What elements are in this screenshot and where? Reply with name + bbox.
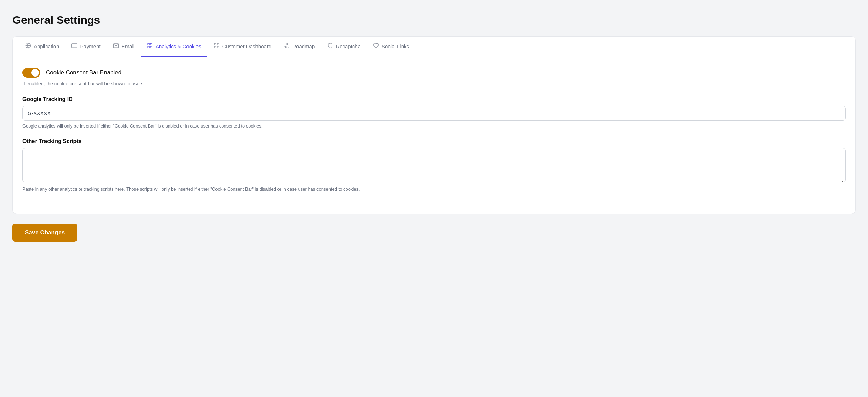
tab-customer-dashboard-label: Customer Dashboard [222, 43, 272, 49]
svg-rect-2 [72, 44, 77, 48]
other-scripts-hint: Paste in any other analytics or tracking… [22, 186, 846, 192]
cookie-consent-description: If enabled, the cookie consent bar will … [22, 81, 846, 86]
tab-application[interactable]: Application [20, 37, 64, 57]
svg-rect-8 [214, 43, 216, 45]
cookie-consent-toggle[interactable] [22, 68, 40, 78]
svg-rect-10 [217, 46, 219, 48]
page-title: General Settings [12, 14, 856, 27]
tab-analytics[interactable]: Analytics & Cookies [141, 37, 207, 57]
google-tracking-input[interactable] [22, 106, 846, 121]
roadmap-icon [284, 43, 290, 50]
tab-payment-label: Payment [80, 43, 100, 49]
other-scripts-field: Other Tracking Scripts Paste in any othe… [22, 138, 846, 192]
settings-card: Application Payment Email [12, 36, 856, 214]
mail-icon [113, 43, 119, 50]
svg-rect-11 [214, 46, 216, 48]
google-tracking-label: Google Tracking ID [22, 96, 846, 102]
cookie-consent-label: Cookie Consent Bar Enabled [46, 69, 121, 76]
svg-rect-6 [150, 46, 152, 48]
save-changes-button[interactable]: Save Changes [12, 224, 77, 242]
cookie-consent-row: Cookie Consent Bar Enabled [22, 68, 846, 78]
grid-icon [147, 43, 153, 50]
google-tracking-field: Google Tracking ID Google analytics will… [22, 96, 846, 129]
tab-recaptcha[interactable]: Recaptcha [322, 37, 366, 57]
shield-icon [327, 43, 333, 50]
content-area: Cookie Consent Bar Enabled If enabled, t… [13, 57, 855, 214]
dashboard-icon [214, 43, 220, 50]
credit-card-icon [71, 43, 77, 50]
other-scripts-label: Other Tracking Scripts [22, 138, 846, 144]
tab-application-label: Application [34, 43, 59, 49]
tab-social-links[interactable]: Social Links [367, 37, 415, 57]
toggle-knob [31, 69, 39, 77]
tab-navigation: Application Payment Email [13, 37, 855, 57]
svg-rect-7 [148, 46, 149, 48]
tab-social-links-label: Social Links [382, 43, 409, 49]
tab-email-label: Email [122, 43, 135, 49]
tab-payment[interactable]: Payment [66, 37, 106, 57]
tab-roadmap[interactable]: Roadmap [278, 37, 320, 57]
tab-email[interactable]: Email [108, 37, 140, 57]
globe-icon [25, 43, 31, 50]
google-tracking-hint: Google analytics will only be inserted i… [22, 123, 846, 129]
svg-rect-4 [148, 43, 149, 45]
toggle-track [22, 68, 40, 78]
other-scripts-textarea[interactable] [22, 148, 846, 182]
heart-icon [373, 43, 379, 50]
svg-rect-5 [150, 43, 152, 45]
tab-roadmap-label: Roadmap [292, 43, 315, 49]
tab-recaptcha-label: Recaptcha [336, 43, 361, 49]
svg-rect-9 [217, 43, 219, 45]
tab-customer-dashboard[interactable]: Customer Dashboard [208, 37, 277, 57]
tab-analytics-label: Analytics & Cookies [155, 43, 201, 49]
